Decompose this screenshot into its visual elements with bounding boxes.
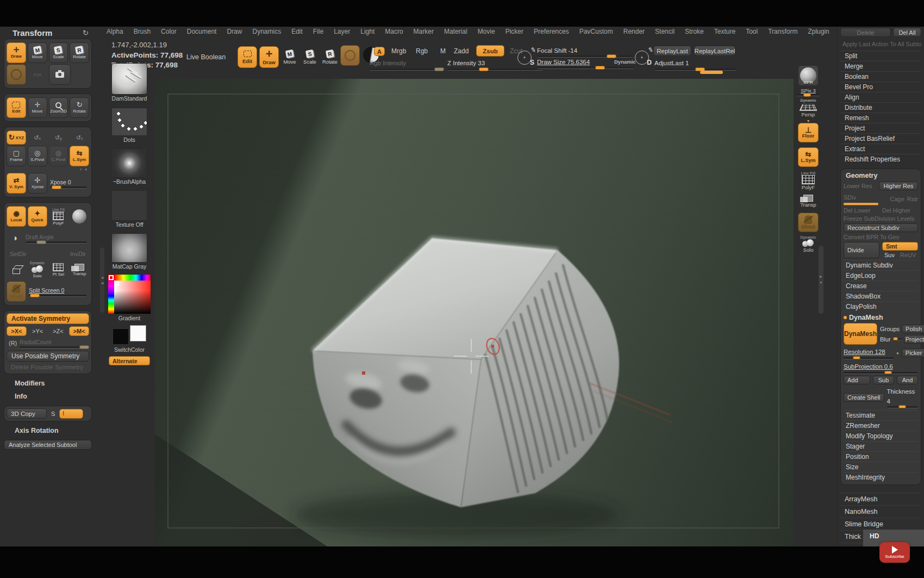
activate-symmetry-button[interactable]: Activate Symmetry — [7, 313, 89, 324]
polyframe-button[interactable]: Line Fill PolyF — [801, 171, 815, 190]
apply-last-action-button[interactable]: Apply Last Action To All Subtools — [840, 37, 921, 51]
live-boolean-toggle[interactable]: Live Boolean — [186, 53, 226, 61]
menu-item[interactable]: Render — [623, 28, 645, 35]
hue-strip-horizontal[interactable] — [114, 275, 151, 281]
panel-scrollbar[interactable]: ► ▾ — [819, 246, 823, 314]
symmetry-y-button[interactable]: >Y< — [28, 327, 47, 335]
reconstruct-subdiv-button[interactable]: Reconstruct Subdiv — [844, 223, 918, 232]
solo-button[interactable]: Dynamic Solo — [800, 235, 816, 253]
move-canvas-button[interactable]: ✛ Move — [28, 97, 47, 118]
frame-button[interactable]: ▢ Frame — [7, 146, 26, 166]
draft-analysis-button[interactable]: ◑ — [7, 228, 23, 248]
polyframe-button[interactable]: Line Fill PolyF — [49, 206, 68, 227]
local-symmetry-button[interactable]: ⇆ L.Sym — [798, 147, 819, 167]
picker-button[interactable]: Picker — [902, 349, 924, 357]
delete-posable-symmetry-button[interactable]: Delete Posable Symmetry — [7, 362, 89, 371]
y-rotation-button[interactable]: ↺y — [49, 134, 68, 141]
xpose-slider[interactable]: Xpose 0 — [49, 178, 89, 189]
scroll-left-icon[interactable]: ◄ — [101, 276, 104, 279]
stroke-curve-icon[interactable]: + S ✎ — [517, 51, 532, 65]
action-item[interactable]: Bevel Pro — [840, 82, 921, 92]
draw-button[interactable]: ✛ Draw — [259, 46, 279, 68]
z-rotation-button[interactable]: ↺z — [70, 134, 89, 141]
menu-item[interactable]: Macro — [385, 28, 403, 35]
switch-color-widget[interactable] — [113, 325, 146, 346]
info-header[interactable]: Info — [15, 393, 98, 400]
axis-rotation-header[interactable]: Axis Rotation — [15, 427, 98, 434]
zoom3d-button[interactable]: Zoom3D — [49, 97, 68, 118]
invdir-button[interactable]: InvDir — [70, 251, 86, 257]
perspective-button[interactable]: Dynamic Persp — [800, 98, 816, 117]
suv-toggle[interactable]: Suv — [884, 252, 895, 258]
setdir-button[interactable]: SetDir — [10, 251, 68, 257]
draw-mode-button[interactable]: ✛ Draw — [7, 42, 26, 63]
anchor-toggle[interactable]: A — [374, 47, 385, 56]
move-mode-button[interactable]: M Move — [28, 42, 47, 63]
subsection-item[interactable]: ZRemesher — [844, 420, 918, 431]
polish-button[interactable]: Polish — [902, 325, 924, 333]
action-item[interactable]: Redshift Properties — [840, 154, 921, 164]
local-symmetry-button[interactable]: ⇆ L.Sym — [70, 146, 89, 166]
view-symmetry-button[interactable]: ⇄ V. Sym — [7, 173, 26, 194]
subsection-item[interactable]: Dynamic Subdiv — [844, 260, 918, 270]
del-all-button[interactable]: Del All — [893, 28, 921, 37]
xyz-rotation-button[interactable]: ↻ XYZ — [7, 130, 26, 145]
menu-item[interactable]: Movie — [478, 28, 495, 35]
symmetry-m-button[interactable]: >M< — [69, 326, 89, 336]
subscribe-button[interactable]: Subscribe — [879, 542, 910, 563]
smt-toggle[interactable]: Smt — [882, 242, 918, 251]
clear-pivot-button[interactable]: ◎ C.Pivot — [49, 146, 68, 166]
subsection-item[interactable]: MeshIntegrity — [844, 472, 918, 482]
rgb-toggle[interactable]: Rgb — [416, 47, 428, 55]
menu-item[interactable]: Preferences — [534, 28, 569, 35]
subsection-item[interactable]: ShadowBox — [844, 291, 918, 301]
del-lower-button[interactable]: Del Lower — [844, 207, 879, 214]
action-item[interactable]: Remesh — [840, 113, 921, 123]
subsection-item[interactable]: EdgeLoop — [844, 270, 918, 281]
subsection-item[interactable]: Size — [844, 462, 918, 472]
subsection-item[interactable]: Tessimate — [844, 410, 918, 420]
cube-display-button[interactable] — [7, 259, 26, 280]
scroll-left-icon[interactable]: ◄ — [101, 281, 104, 285]
texture-selector[interactable] — [111, 190, 147, 221]
geometry-header[interactable]: Geometry — [846, 172, 918, 179]
spix-knob[interactable] — [803, 93, 811, 97]
draw-size-knob[interactable] — [595, 66, 605, 70]
preview-sphere[interactable] — [70, 206, 89, 227]
subsection-item[interactable]: ClayPolish — [844, 301, 918, 312]
menu-item[interactable]: Zplugin — [808, 28, 829, 35]
use-posable-symmetry-button[interactable]: Use Posable Symmetry — [7, 351, 89, 362]
action-item[interactable]: Split — [840, 51, 921, 61]
del-higher-button[interactable]: Del Higher — [882, 207, 918, 214]
subprojection-slider[interactable]: SubProjection 0.6 — [844, 361, 918, 374]
bpr-render-button[interactable]: BPR — [798, 65, 819, 86]
subsection-item[interactable]: Crease — [844, 281, 918, 291]
sdiv-slider[interactable]: SDiv — [844, 192, 888, 206]
quick-button[interactable]: ✦ Quick — [28, 206, 47, 227]
zadd-toggle[interactable]: Zadd — [454, 47, 469, 55]
menu-item[interactable]: Light — [360, 28, 374, 35]
dynamesh-section-header[interactable]: DynaMesh — [844, 314, 918, 321]
menu-item[interactable]: Material — [444, 28, 467, 35]
rgb-intensity-knob[interactable] — [434, 67, 444, 71]
menu-item[interactable]: PavCustom — [579, 28, 613, 35]
action-item[interactable]: Extract — [840, 144, 921, 154]
secondary-color-swatch[interactable] — [130, 325, 146, 341]
dynamic-mode-toggle[interactable]: Dynamic — [614, 59, 636, 65]
zsub-toggle[interactable]: Zsub — [476, 45, 504, 57]
menu-item[interactable]: Stencil — [655, 28, 675, 35]
analyze-selected-subtool-button[interactable]: Analyze Selected Subtool — [4, 440, 92, 450]
rstr-button[interactable]: Rstr — [907, 196, 918, 202]
action-item[interactable]: Boolean — [840, 71, 921, 82]
subsection-item[interactable]: Stager — [844, 441, 918, 451]
local-button[interactable]: ◉ Local — [7, 206, 26, 227]
ghost-button[interactable]: Ghost — [7, 281, 26, 302]
groups-toggle[interactable]: Groups — [880, 326, 900, 332]
solo-button[interactable]: Dynamic Solo — [28, 259, 47, 280]
set-pivot-button[interactable]: ◎ S.Pivot — [28, 146, 47, 166]
lower-res-button[interactable]: Lower Res — [844, 183, 876, 189]
menu-item[interactable]: Stroke — [685, 28, 704, 35]
current-brush-button[interactable] — [340, 45, 360, 66]
project-button[interactable]: Project — [904, 335, 924, 344]
adjust-last-slider[interactable]: AdjustLast 1 — [654, 58, 736, 71]
